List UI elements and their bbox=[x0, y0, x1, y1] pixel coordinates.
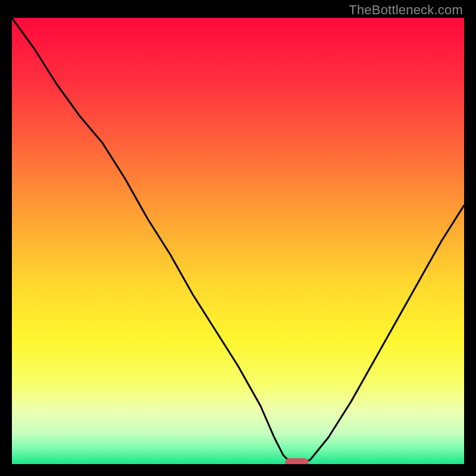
optimal-point-marker bbox=[285, 458, 309, 464]
plot-area bbox=[12, 18, 464, 464]
watermark-text: TheBottleneck.com bbox=[349, 2, 463, 18]
chart-frame: TheBottleneck.com bbox=[0, 0, 476, 476]
bottleneck-curve bbox=[12, 18, 464, 464]
